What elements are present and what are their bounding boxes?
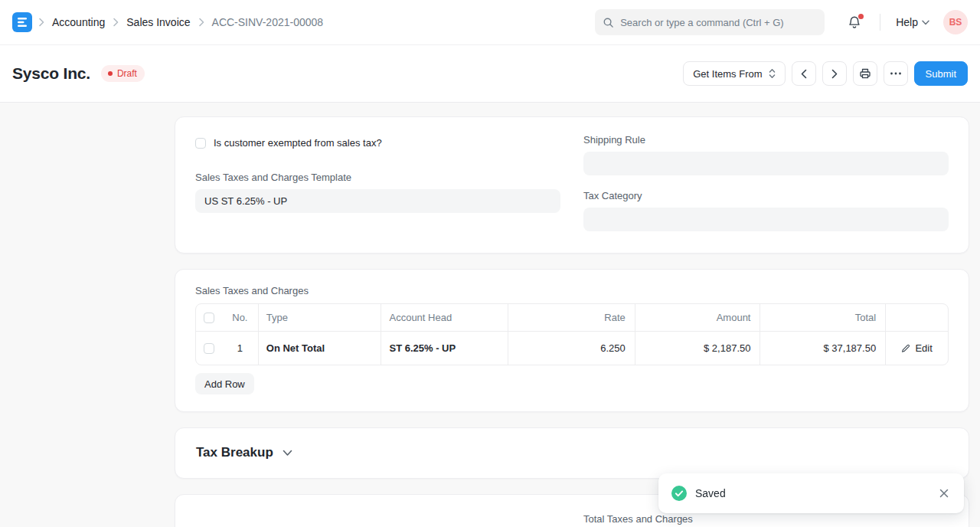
tax-template-right-column: Shipping Rule Tax Category xyxy=(583,134,949,231)
charges-grid-header-row: No. Type Account Head Rate Amount Total xyxy=(196,304,948,331)
chevron-down-icon xyxy=(922,20,929,25)
shipping-rule-label: Shipping Rule xyxy=(583,134,949,146)
row-checkbox-cell xyxy=(196,331,222,365)
toast-close-button[interactable] xyxy=(937,486,951,500)
search-icon xyxy=(603,17,614,28)
print-button[interactable] xyxy=(853,61,877,86)
total-taxes-field: Total Taxes and Charges $ 2,187.50 xyxy=(583,513,949,527)
add-row-button[interactable]: Add Row xyxy=(195,373,254,394)
sales-taxes-charges-section: Sales Taxes and Charges No. Type Account… xyxy=(175,269,969,412)
shipping-rule-input[interactable] xyxy=(583,152,949,175)
notification-indicator-dot xyxy=(858,14,864,19)
submit-button[interactable]: Submit xyxy=(914,61,968,86)
tax-breakup-section[interactable]: Tax Breakup xyxy=(175,427,969,479)
get-items-from-label: Get Items From xyxy=(693,68,762,80)
row-edit-button[interactable]: Edit xyxy=(886,331,948,365)
chevron-down-icon xyxy=(283,450,292,457)
navbar-divider xyxy=(880,14,880,31)
row-account-head-cell[interactable]: ST 6.25% - UP xyxy=(381,331,508,365)
previous-document-button[interactable] xyxy=(792,61,816,86)
help-menu[interactable]: Help xyxy=(894,13,931,31)
status-badge-label: Draft xyxy=(117,68,137,79)
sales-taxes-template-field: Sales Taxes and Charges Template US ST 6… xyxy=(195,172,560,213)
exempt-checkbox-label: Is customer exempted from sales tax? xyxy=(214,137,382,149)
page-head: Sysco Inc. Draft Get Items From xyxy=(0,45,980,103)
tax-category-label: Tax Category xyxy=(583,190,949,201)
column-header-amount: Amount xyxy=(635,304,761,331)
navbar: Accounting Sales Invoice ACC-SINV-2021-0… xyxy=(0,0,980,45)
breadcrumb-accounting[interactable]: Accounting xyxy=(47,15,109,30)
row-rate-cell[interactable]: 6.250 xyxy=(508,331,635,365)
column-header-total: Total xyxy=(760,304,886,331)
success-check-icon xyxy=(671,486,687,501)
select-all-checkbox[interactable] xyxy=(204,313,214,323)
row-number-cell[interactable]: 1 xyxy=(222,331,259,365)
page-title: Sysco Inc. xyxy=(12,64,90,83)
tax-template-section: Is customer exempted from sales tax? Sal… xyxy=(175,116,969,254)
user-avatar[interactable]: BS xyxy=(943,10,968,34)
tax-template-left-column: Is customer exempted from sales tax? Sal… xyxy=(195,134,560,231)
next-document-button[interactable] xyxy=(822,61,847,86)
charges-grid-title: Sales Taxes and Charges xyxy=(195,285,949,296)
totals-right-column: Total Taxes and Charges $ 2,187.50 xyxy=(583,513,949,527)
global-search[interactable] xyxy=(595,9,825,35)
tax-category-input[interactable] xyxy=(583,208,949,231)
tax-breakup-title: Tax Breakup xyxy=(196,445,273,460)
ellipsis-icon xyxy=(890,72,902,75)
total-taxes-label: Total Taxes and Charges xyxy=(583,513,949,525)
row-edit-label: Edit xyxy=(915,342,932,354)
search-input[interactable] xyxy=(620,17,817,28)
row-checkbox[interactable] xyxy=(204,343,214,354)
avatar-initials: BS xyxy=(949,17,962,28)
menu-button[interactable] xyxy=(884,61,908,86)
exempt-from-sales-tax-checkbox-row[interactable]: Is customer exempted from sales tax? xyxy=(195,137,560,149)
column-header-rate: Rate xyxy=(508,304,635,331)
navbar-right: Help BS xyxy=(595,9,968,35)
breadcrumb-current-document: ACC-SINV-2021-00008 xyxy=(207,15,328,30)
form-body: Is customer exempted from sales tax? Sal… xyxy=(0,103,980,527)
status-dot-icon xyxy=(108,71,113,76)
pencil-icon xyxy=(901,344,910,353)
get-items-from-button[interactable]: Get Items From xyxy=(683,61,785,86)
close-icon xyxy=(939,488,949,499)
column-header-no: No. xyxy=(222,304,259,331)
sales-taxes-template-label: Sales Taxes and Charges Template xyxy=(195,172,560,183)
saved-toast: Saved xyxy=(658,473,964,513)
select-all-checkbox-cell xyxy=(196,304,222,331)
erpnext-logo-icon xyxy=(17,17,28,28)
checkbox-icon[interactable] xyxy=(195,138,206,149)
select-chevrons-icon xyxy=(769,68,776,79)
column-header-account-head: Account Head xyxy=(381,304,508,331)
chevron-right-icon xyxy=(38,18,44,27)
sales-taxes-template-input[interactable]: US ST 6.25% - UP xyxy=(195,189,560,213)
charges-grid: No. Type Account Head Rate Amount Total … xyxy=(195,303,949,365)
chevron-left-icon xyxy=(801,69,807,79)
breadcrumb: Accounting Sales Invoice ACC-SINV-2021-0… xyxy=(38,15,328,30)
chevron-right-icon xyxy=(113,18,119,27)
toast-message: Saved xyxy=(695,487,726,499)
tax-category-field: Tax Category xyxy=(583,190,949,231)
notifications-button[interactable] xyxy=(844,12,864,33)
breadcrumb-sales-invoice[interactable]: Sales Invoice xyxy=(122,15,194,30)
printer-icon xyxy=(859,67,871,80)
row-total-cell[interactable]: $ 37,187.50 xyxy=(760,331,886,365)
row-amount-cell[interactable]: $ 2,187.50 xyxy=(635,331,761,365)
column-header-edit xyxy=(886,304,948,331)
page-actions: Get Items From Submit xyxy=(683,61,968,86)
column-header-type: Type xyxy=(259,304,382,331)
shipping-rule-field: Shipping Rule xyxy=(583,134,949,175)
totals-left-column xyxy=(195,513,560,527)
app-logo[interactable] xyxy=(12,12,32,32)
chevron-right-icon xyxy=(198,18,204,27)
help-label: Help xyxy=(896,16,918,28)
status-badge: Draft xyxy=(101,65,145,82)
charges-grid-row-1: 1 On Net Total ST 6.25% - UP 6.250 $ 2,1… xyxy=(196,331,948,365)
chevron-right-icon xyxy=(831,69,838,79)
row-type-cell[interactable]: On Net Total xyxy=(259,331,382,365)
